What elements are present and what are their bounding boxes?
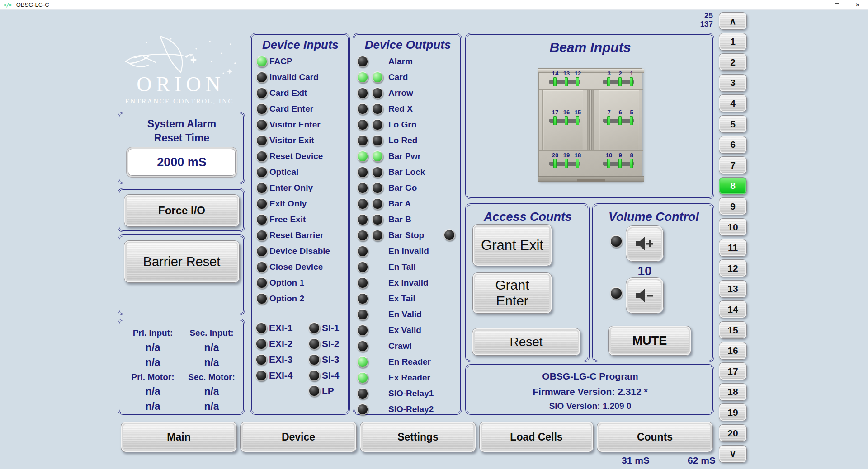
input-row-lp: LP bbox=[308, 383, 349, 399]
output-led-slot-1 bbox=[357, 134, 369, 146]
beam-group-right-row2: 765 bbox=[603, 110, 634, 128]
barrier-reset-button[interactable]: Barrier Reset bbox=[124, 240, 240, 283]
en-tail-label: En Tail bbox=[388, 262, 416, 272]
nav-main-button[interactable]: Main bbox=[121, 422, 237, 452]
visitor-exit-led bbox=[256, 135, 268, 146]
beam-group-right-row3: 1098 bbox=[603, 153, 634, 171]
output-row-lo-red: Lo Red bbox=[357, 132, 459, 148]
volume-up-button[interactable] bbox=[626, 225, 664, 262]
page-button-1[interactable]: 1 bbox=[719, 33, 747, 51]
nav-device-button[interactable]: Device bbox=[240, 422, 357, 452]
reset-button[interactable]: Reset bbox=[472, 328, 580, 356]
page-button-16[interactable]: 16 bbox=[719, 342, 747, 360]
page-button-3[interactable]: 3 bbox=[719, 74, 747, 92]
sec-motor-header: Sec. Motor: bbox=[182, 372, 241, 382]
input-row-enter-only: Enter Only bbox=[256, 180, 346, 196]
bar-go-led-1 bbox=[357, 182, 368, 194]
grant-exit-button[interactable]: Grant Exit bbox=[472, 224, 552, 266]
page-button-2[interactable]: 2 bbox=[719, 53, 747, 71]
pri-motor-value-1: n/a bbox=[123, 385, 182, 398]
ex-reader-label: Ex Reader bbox=[388, 373, 430, 383]
exit-only-led bbox=[256, 198, 268, 210]
facp-led bbox=[256, 56, 268, 67]
page-button-7[interactable]: 7 bbox=[719, 156, 747, 174]
sio-relay1-label: SIO-Relay1 bbox=[388, 389, 434, 399]
ex-tail-led-1 bbox=[357, 293, 368, 305]
sio-relay1-led-1 bbox=[357, 388, 368, 399]
page-button-19[interactable]: 19 bbox=[719, 403, 747, 421]
volume-control-panel: Volume Control 10 MUTE bbox=[592, 203, 714, 362]
beam-tick-2 bbox=[618, 77, 622, 86]
arrow-led-1 bbox=[357, 87, 368, 99]
page-button-5[interactable]: 5 bbox=[719, 115, 747, 133]
si-3-label: SI-3 bbox=[322, 354, 340, 365]
option-1-label: Option 1 bbox=[269, 278, 304, 288]
output-led-slot-1 bbox=[357, 356, 369, 368]
output-led-slot-1 bbox=[357, 371, 369, 384]
beam-tick-15 bbox=[576, 116, 579, 125]
input-row-reset-barrier: Reset Barrier bbox=[256, 227, 346, 243]
output-led-slot-1 bbox=[357, 166, 369, 178]
beam-number-3: 3 bbox=[604, 70, 614, 77]
nav-load-cells-button[interactable]: Load Cells bbox=[479, 422, 594, 452]
input-row-card-enter: Card Enter bbox=[256, 101, 346, 117]
window-title: OBSG-LG-C bbox=[16, 1, 49, 8]
bar-a-label: Bar A bbox=[388, 199, 411, 209]
page-button-20[interactable]: 20 bbox=[719, 424, 747, 442]
invalid-card-label: Invalid Card bbox=[269, 72, 319, 82]
lo-red-led-2 bbox=[372, 135, 383, 146]
page-up-button[interactable]: ∧ bbox=[719, 12, 747, 30]
crawl-label: Crawl bbox=[388, 341, 412, 351]
beam-tick-13 bbox=[565, 77, 568, 86]
sio-relay2-label: SIO-Relay2 bbox=[388, 404, 434, 414]
nav-counts-button[interactable]: Counts bbox=[597, 422, 713, 452]
visitor-enter-label: Visitor Enter bbox=[269, 120, 321, 130]
reset-time-field[interactable]: 2000 mS bbox=[128, 149, 236, 176]
output-led-slot-1 bbox=[357, 403, 369, 415]
page-button-14[interactable]: 14 bbox=[719, 300, 747, 318]
page-button-8[interactable]: 8 bbox=[719, 177, 747, 195]
output-led-slot-2 bbox=[372, 182, 384, 194]
grant-enter-label-line1: Grant bbox=[495, 277, 529, 293]
page-button-9[interactable]: 9 bbox=[719, 197, 747, 215]
page-button-13[interactable]: 13 bbox=[719, 280, 747, 298]
mute-button[interactable]: MUTE bbox=[608, 326, 691, 356]
output-row-lo-grn: Lo Grn bbox=[357, 117, 459, 132]
bar-b-led-1 bbox=[357, 214, 368, 225]
barrier-cabinet-image: 1413123211716157652019181098 bbox=[538, 68, 642, 181]
close-button[interactable]: ✕ bbox=[847, 0, 868, 10]
counter-secondary: 137 bbox=[686, 20, 713, 29]
page-button-4[interactable]: 4 bbox=[719, 94, 747, 112]
page-button-17[interactable]: 17 bbox=[719, 362, 747, 380]
output-led-slot-2 bbox=[372, 371, 384, 384]
nav-settings-button[interactable]: Settings bbox=[360, 422, 476, 452]
force-io-button[interactable]: Force I/O bbox=[124, 194, 240, 227]
counter-primary: 25 bbox=[686, 11, 713, 20]
page-button-15[interactable]: 15 bbox=[719, 321, 747, 339]
program-info-panel: OBSG-LG-C Program Firmware Version: 2.31… bbox=[465, 364, 714, 415]
page-button-10[interactable]: 10 bbox=[719, 218, 747, 236]
output-led-slot-2 bbox=[372, 71, 384, 83]
output-led-slot-2 bbox=[372, 277, 384, 289]
bar-go-led-2 bbox=[372, 182, 383, 194]
minimize-button[interactable]: — bbox=[806, 0, 826, 10]
bar-lock-led-2 bbox=[372, 166, 383, 178]
volume-down-button[interactable] bbox=[626, 277, 664, 314]
output-led-slot-2 bbox=[372, 197, 384, 210]
beam-inputs-title: Beam Inputs bbox=[466, 40, 715, 55]
facp-label: FACP bbox=[269, 56, 292, 66]
page-button-12[interactable]: 12 bbox=[719, 259, 747, 277]
grant-enter-button[interactable]: Grant Enter bbox=[472, 272, 552, 314]
page-button-18[interactable]: 18 bbox=[719, 383, 747, 401]
red-x-led-2 bbox=[372, 103, 383, 115]
bar-stop-led-1 bbox=[357, 230, 368, 241]
page-down-button[interactable]: ∨ bbox=[719, 445, 747, 463]
output-row-bar-go: Bar Go bbox=[357, 180, 459, 196]
program-name: OBSG-LG-C Program bbox=[466, 371, 715, 382]
maximize-button[interactable] bbox=[826, 0, 847, 10]
optical-led bbox=[256, 166, 268, 178]
reset-barrier-label: Reset Barrier bbox=[269, 230, 323, 240]
volume-control-title: Volume Control bbox=[593, 210, 715, 224]
page-button-11[interactable]: 11 bbox=[719, 239, 747, 257]
page-button-6[interactable]: 6 bbox=[719, 136, 747, 154]
